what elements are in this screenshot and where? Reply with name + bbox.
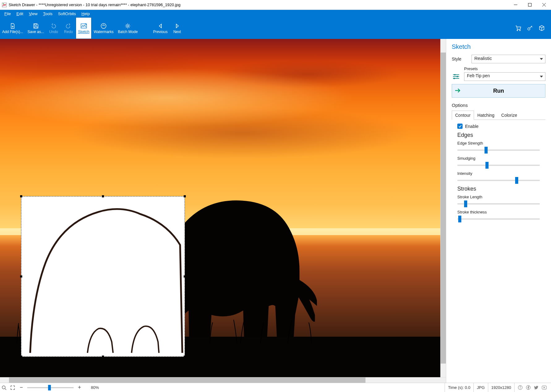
add-file-icon <box>9 23 16 29</box>
menu-file[interactable]: File <box>2 11 13 17</box>
minimize-button[interactable] <box>508 0 523 10</box>
previous-button[interactable]: Previous <box>151 17 170 39</box>
smudging-slider[interactable] <box>457 162 540 169</box>
save-icon <box>32 23 39 29</box>
arrow-right-icon <box>174 23 181 29</box>
svg-point-11 <box>101 23 106 28</box>
svg-line-23 <box>5 389 6 390</box>
menu-view[interactable]: View <box>26 11 40 17</box>
zoom-percent: 80% <box>91 385 99 390</box>
status-format: JPG <box>473 383 488 392</box>
facebook-icon[interactable] <box>526 385 531 390</box>
watermarks-button[interactable]: Watermarks <box>92 17 116 39</box>
menu-help[interactable]: Help <box>79 11 92 17</box>
stroke-thickness-label: Stroke thickness <box>457 210 545 214</box>
presets-label: Presets <box>464 66 545 71</box>
save-as-button[interactable]: Save as... <box>25 17 46 39</box>
cart-icon[interactable] <box>515 24 522 32</box>
gear-icon <box>124 23 131 29</box>
sketch-button[interactable]: Sketch <box>76 17 92 39</box>
sliders-icon[interactable] <box>452 72 460 81</box>
box-icon[interactable] <box>538 24 545 32</box>
sketch-preview <box>21 196 185 355</box>
undo-icon <box>50 23 57 29</box>
panel-heading: Sketch <box>452 43 545 50</box>
run-button[interactable]: Run <box>452 84 545 98</box>
edges-heading: Edges <box>457 132 545 138</box>
maximize-button[interactable] <box>523 0 537 10</box>
style-select[interactable]: Realistic <box>472 55 545 63</box>
canvas-viewport[interactable] <box>0 39 446 377</box>
menu-bar: File Edit View Tools SoftOrbits Help <box>0 10 551 17</box>
strokes-heading: Strokes <box>457 186 545 192</box>
canvas-image <box>0 39 440 377</box>
svg-point-13 <box>517 30 518 31</box>
undo-button: Undo <box>46 17 61 39</box>
svg-rect-21 <box>454 78 455 79</box>
twitter-icon[interactable] <box>534 385 539 390</box>
svg-point-15 <box>528 28 530 30</box>
zoom-in-button[interactable]: + <box>77 385 82 390</box>
presets-select[interactable]: Felt-Tip pen <box>464 72 545 81</box>
zoom-out-button[interactable]: − <box>19 385 24 390</box>
arrow-left-icon <box>157 23 164 29</box>
info-icon[interactable] <box>518 385 523 390</box>
status-dimensions: 1920x1280 <box>488 383 514 392</box>
svg-point-1 <box>3 3 4 4</box>
svg-point-22 <box>2 386 5 389</box>
edge-strength-label: Edge Strength <box>457 141 545 145</box>
svg-rect-20 <box>457 76 458 77</box>
status-bar: − + 80% Time (s): 0.0 JPG 1920x1280 <box>0 383 551 392</box>
toolbar: Add File(s)... Save as... Undo Redo Sket… <box>0 17 551 39</box>
stroke-length-label: Stroke Length <box>457 195 545 199</box>
add-files-button[interactable]: Add File(s)... <box>0 17 25 39</box>
menu-softorbits[interactable]: SoftOrbits <box>56 11 79 17</box>
window-title: Sketch Drawer - ****Unregistered version… <box>9 2 181 7</box>
intensity-slider[interactable] <box>457 177 540 184</box>
enable-checkbox[interactable] <box>457 124 463 129</box>
close-button[interactable] <box>537 0 551 10</box>
style-label: Style <box>452 57 468 61</box>
svg-rect-8 <box>35 24 36 25</box>
vertical-scrollbar[interactable] <box>440 39 446 377</box>
intensity-label: Intensity <box>457 171 545 176</box>
title-bar: Sketch Drawer - ****Unregistered version… <box>0 0 551 10</box>
redo-button: Redo <box>61 17 76 39</box>
app-icon <box>2 2 7 7</box>
selection-box[interactable] <box>21 196 185 357</box>
svg-point-12 <box>127 25 129 27</box>
svg-rect-19 <box>454 74 455 75</box>
svg-point-14 <box>519 30 520 31</box>
next-button[interactable]: Next <box>170 17 185 39</box>
zoom-slider[interactable] <box>27 385 74 390</box>
side-panel: Sketch Style Realistic Presets Felt-Tip … <box>446 39 551 383</box>
smudging-label: Smudging <box>457 156 545 161</box>
svg-point-26 <box>520 386 520 387</box>
run-arrow-icon <box>455 88 461 94</box>
menu-edit[interactable]: Edit <box>14 11 26 17</box>
edge-strength-slider[interactable] <box>457 147 540 154</box>
redo-icon <box>65 23 72 29</box>
tab-colorize[interactable]: Colorize <box>498 111 520 120</box>
svg-rect-9 <box>35 27 37 28</box>
options-label: Options <box>452 103 545 108</box>
watermark-icon <box>100 23 107 29</box>
tab-contour[interactable]: Contour <box>452 111 474 120</box>
status-time: Time (s): 0.0 <box>445 383 473 392</box>
horizontal-scrollbar[interactable] <box>0 377 446 383</box>
youtube-icon[interactable] <box>542 385 547 390</box>
menu-tools[interactable]: Tools <box>41 11 55 17</box>
options-tabs: Contour Hatching Colorize <box>452 110 545 120</box>
svg-rect-3 <box>528 3 531 6</box>
main-area: Sketch Style Realistic Presets Felt-Tip … <box>0 39 551 383</box>
stroke-length-slider[interactable] <box>457 200 540 207</box>
stroke-thickness-slider[interactable] <box>457 216 540 222</box>
fit-screen-icon[interactable] <box>10 385 15 390</box>
key-icon[interactable] <box>526 24 534 32</box>
tab-hatching[interactable]: Hatching <box>474 111 498 120</box>
batch-mode-button[interactable]: Batch Mode <box>116 17 140 39</box>
enable-label: Enable <box>465 124 479 129</box>
zoom-reset-icon[interactable] <box>1 385 7 390</box>
sketch-icon <box>80 23 87 29</box>
